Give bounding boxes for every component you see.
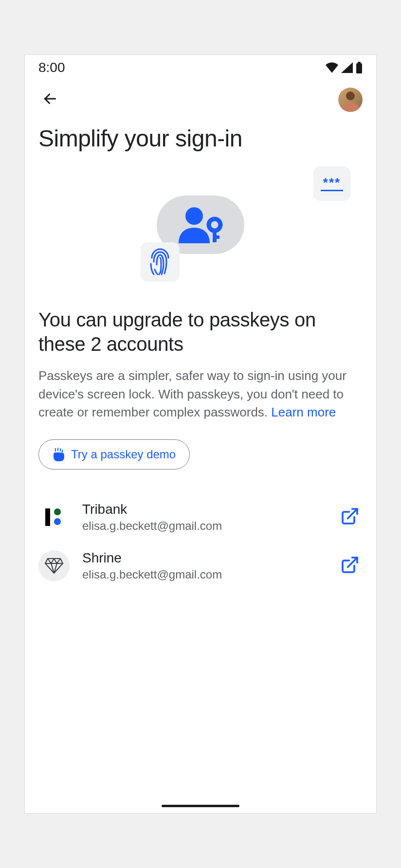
section-body: Passkeys are a simpler, safer way to sig… bbox=[38, 367, 363, 422]
account-name: Tribank bbox=[82, 502, 325, 517]
back-button[interactable] bbox=[38, 87, 62, 112]
navigation-handle[interactable] bbox=[162, 805, 239, 807]
open-external-button[interactable] bbox=[337, 552, 363, 579]
battery-icon bbox=[356, 62, 363, 73]
account-name: Shrine bbox=[82, 550, 325, 566]
svg-rect-6 bbox=[213, 235, 219, 239]
fingerprint-icon bbox=[148, 248, 172, 275]
hero-illustration: *** bbox=[38, 162, 363, 288]
svg-rect-0 bbox=[356, 63, 362, 73]
shrine-app-icon bbox=[38, 550, 70, 581]
svg-point-3 bbox=[185, 207, 203, 225]
hand-tap-icon bbox=[53, 448, 65, 461]
account-text: Shrine elisa.g.beckett@gmail.com bbox=[82, 550, 325, 581]
open-in-new-icon bbox=[341, 507, 359, 525]
person-key-icon bbox=[174, 205, 227, 244]
page-title: Simplify your sign-in bbox=[38, 125, 363, 152]
account-email: elisa.g.beckett@gmail.com bbox=[82, 568, 325, 581]
status-bar: 8:00 bbox=[25, 55, 376, 80]
learn-more-link[interactable]: Learn more bbox=[271, 405, 336, 419]
status-time: 8:00 bbox=[38, 60, 65, 75]
hero-fingerprint-card bbox=[141, 242, 180, 281]
device-frame: 8:00 Simplify your sign-in bbox=[24, 54, 377, 814]
main-content: Simplify your sign-in *** bbox=[25, 125, 376, 590]
tribank-app-icon bbox=[38, 502, 70, 533]
svg-rect-1 bbox=[358, 62, 361, 64]
section-heading: You can upgrade to passkeys on these 2 a… bbox=[38, 307, 363, 356]
account-list: Tribank elisa.g.beckett@gmail.com bbox=[38, 493, 363, 590]
arrow-left-icon bbox=[42, 91, 58, 107]
account-row-tribank[interactable]: Tribank elisa.g.beckett@gmail.com bbox=[38, 493, 363, 542]
open-in-new-icon bbox=[341, 556, 359, 574]
status-icons bbox=[326, 62, 363, 73]
diamond-icon bbox=[45, 558, 63, 574]
account-row-shrine[interactable]: Shrine elisa.g.beckett@gmail.com bbox=[38, 542, 363, 590]
app-bar bbox=[25, 80, 376, 119]
account-email: elisa.g.beckett@gmail.com bbox=[82, 519, 325, 533]
account-text: Tribank elisa.g.beckett@gmail.com bbox=[82, 502, 325, 533]
svg-line-12 bbox=[348, 558, 358, 567]
demo-button-label: Try a passkey demo bbox=[71, 448, 176, 461]
hero-password-card: *** bbox=[313, 166, 350, 200]
try-passkey-demo-button[interactable]: Try a passkey demo bbox=[38, 439, 190, 470]
cellular-icon bbox=[341, 62, 353, 73]
open-external-button[interactable] bbox=[337, 504, 363, 531]
wifi-icon bbox=[326, 62, 338, 73]
asterisks-icon: *** bbox=[323, 176, 341, 189]
profile-avatar[interactable] bbox=[338, 88, 363, 112]
svg-point-4 bbox=[209, 219, 220, 231]
svg-line-11 bbox=[348, 509, 358, 519]
